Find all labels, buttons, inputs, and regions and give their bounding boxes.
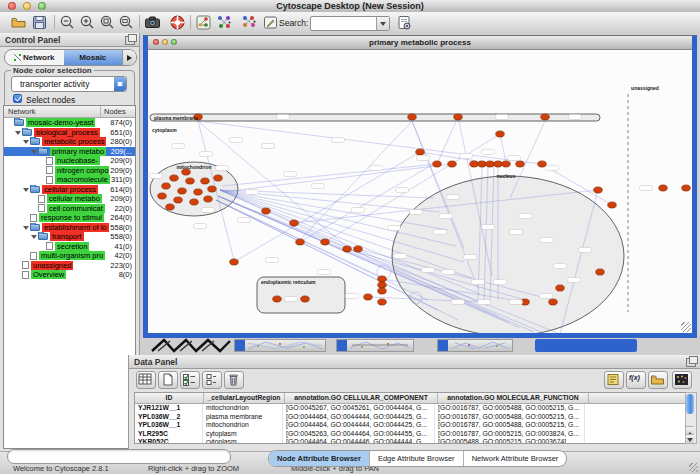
graph-node[interactable] (194, 189, 203, 195)
tree-row[interactable]: mosaic-demo-yeast874(0) (4, 118, 135, 128)
graph-node[interactable] (208, 186, 217, 192)
graph-edge[interactable] (500, 134, 506, 162)
graph-node[interactable] (549, 299, 558, 305)
graph-node[interactable] (273, 296, 282, 302)
tree-row[interactable]: Overview8(0) (4, 270, 135, 280)
network-view-window[interactable]: primary metabolic process plasma membran… (143, 35, 697, 338)
graph-node[interactable] (378, 299, 387, 305)
graph-node[interactable] (494, 161, 503, 167)
tab-overflow-button[interactable] (122, 50, 136, 65)
graph-node[interactable] (170, 175, 179, 181)
graph-node[interactable] (454, 114, 463, 120)
graph-node[interactable] (162, 183, 171, 189)
tree-row[interactable]: establishment of lo558(0) (4, 223, 135, 233)
layout-spring-icon[interactable] (216, 14, 233, 31)
graph-node[interactable] (378, 276, 387, 282)
graph-node[interactable] (478, 161, 487, 167)
graph-node[interactable] (556, 285, 565, 291)
graph-edge[interactable] (437, 117, 458, 164)
graph-node[interactable] (448, 161, 457, 167)
tree-row[interactable]: biological_process651(0) (4, 128, 135, 138)
graph-node[interactable] (538, 161, 547, 167)
graph-node[interactable] (343, 246, 352, 252)
delete-attribute-button[interactable] (224, 371, 244, 389)
tree-row[interactable]: multi-organism pro42(0) (4, 251, 135, 261)
tree-row[interactable]: macromolecule311(0) (4, 175, 135, 185)
tree-row[interactable]: transport558(0) (4, 232, 135, 242)
graph-node[interactable] (158, 193, 167, 199)
disclosure-triangle-icon[interactable] (23, 186, 30, 193)
disclosure-triangle-icon[interactable] (15, 129, 22, 136)
annotation-icon[interactable] (262, 14, 279, 31)
graph-node[interactable] (433, 161, 442, 167)
search-dropdown-icon[interactable] (376, 17, 389, 30)
minimized-window[interactable] (336, 339, 414, 352)
graph-node[interactable] (290, 220, 299, 226)
graph-node[interactable] (166, 204, 175, 210)
tab-node-attribute-browser[interactable]: Node Attribute Browser (269, 451, 370, 466)
table-column-header[interactable]: annotation.GO CELLULAR_COMPONENT (285, 393, 438, 403)
table-column-header[interactable]: annotation.GO MOLECULAR_FUNCTION (438, 393, 589, 403)
network-view-titlebar[interactable]: primary metabolic process (148, 36, 692, 50)
graph-node[interactable] (204, 196, 213, 202)
graph-node[interactable] (214, 175, 223, 181)
graph-node[interactable] (296, 239, 305, 245)
vizmapper-icon[interactable] (195, 14, 212, 31)
resize-grip[interactable] (689, 463, 698, 472)
graph-edge[interactable] (222, 164, 437, 186)
tree-row[interactable]: cell communicat22(0) (4, 204, 135, 214)
graph-node[interactable] (354, 246, 363, 252)
graph-node[interactable] (496, 131, 505, 137)
graph-node[interactable] (486, 161, 495, 167)
graph-node[interactable] (470, 161, 479, 167)
table-column-header[interactable]: _cellularLayoutRegion (204, 393, 285, 403)
minimized-window[interactable] (535, 339, 637, 352)
graph-edge[interactable] (198, 121, 542, 164)
tree-col-network[interactable]: Network (8, 107, 36, 116)
import-attributes-button[interactable] (648, 371, 668, 389)
disclosure-triangle-icon[interactable] (23, 224, 30, 231)
graph-node[interactable] (416, 149, 425, 155)
table-column-header[interactable]: ID (135, 393, 204, 403)
tab-network[interactable]: Network (5, 50, 64, 65)
minimized-window[interactable] (234, 339, 326, 352)
table-row[interactable]: YJR121W__1mitochondrion[GO:0045267, GO:0… (135, 404, 685, 413)
tree-row[interactable]: cellular metabo209(0) (4, 194, 135, 204)
table-row[interactable]: YPL036W__1mitochondrion[GO:0044464, GO:0… (135, 421, 685, 430)
graph-node[interactable] (378, 288, 387, 294)
graph-edge[interactable] (222, 164, 452, 192)
search-options-icon[interactable] (396, 14, 413, 31)
graph-node[interactable] (408, 114, 417, 120)
tree-row[interactable]: secretion41(0) (4, 242, 135, 252)
attribute-matrix-button[interactable] (672, 371, 692, 389)
minimized-window[interactable] (437, 339, 513, 352)
layout-attribute-icon[interactable] (241, 14, 258, 31)
graph-node[interactable] (301, 296, 310, 302)
tree-row[interactable]: response to stimul264(0) (4, 213, 135, 223)
graph-node[interactable] (659, 185, 668, 191)
disclosure-triangle-icon[interactable] (31, 233, 38, 240)
tree-row[interactable]: unassigned223(0) (4, 261, 135, 271)
graph-node[interactable] (502, 161, 511, 167)
scroll-down-icon[interactable] (686, 434, 694, 443)
graph-node[interactable] (321, 239, 330, 245)
graph-node[interactable] (178, 188, 187, 194)
table-row[interactable]: YPL036W__2plasma membrane[GO:0044464, GO… (135, 413, 685, 422)
open-icon[interactable] (10, 14, 27, 31)
float-panel-icon[interactable] (686, 358, 696, 367)
unselect-attributes-button[interactable] (202, 371, 222, 389)
select-nodes-checkbox[interactable] (13, 94, 22, 103)
graph-node[interactable] (682, 185, 691, 191)
graph-node[interactable] (541, 114, 550, 120)
graph-node[interactable] (230, 259, 239, 265)
scrollbar-thumb[interactable] (686, 394, 694, 414)
snapshot-icon[interactable] (144, 14, 161, 31)
graph-node[interactable] (596, 269, 605, 275)
resize-grip[interactable] (681, 322, 691, 332)
select-attributes-button[interactable] (180, 371, 200, 389)
graph-node[interactable] (201, 178, 210, 184)
table-scrollbar[interactable] (685, 392, 697, 444)
zoom-out-icon[interactable] (59, 14, 76, 31)
tab-edge-attribute-browser[interactable]: Edge Attribute Browser (370, 451, 464, 466)
attribute-batch-button[interactable] (604, 371, 624, 389)
